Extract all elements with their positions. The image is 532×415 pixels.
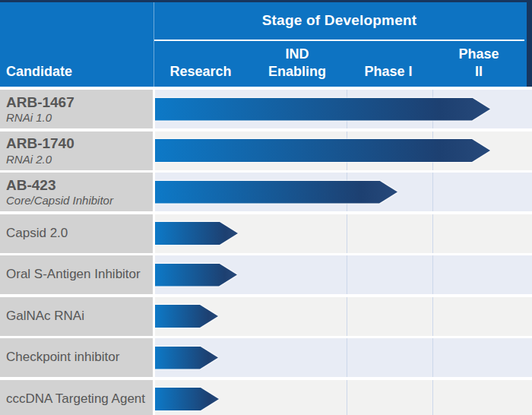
candidate-label: Capsid 2.0: [0, 214, 153, 253]
progress-arrow-shape: [155, 98, 490, 121]
progress-arrow-shape: [155, 305, 218, 328]
stage-divider: [347, 214, 347, 253]
stage-divider: [347, 255, 347, 294]
column-header-phase-2: Phase II: [455, 46, 503, 80]
candidate-label: cccDNA Targeting Agent: [0, 380, 153, 415]
pipeline-row-oral-s-antigen: Oral S-Antigen Inhibitor: [0, 255, 532, 294]
pipeline-row-checkpoint-inhibitor: Checkpoint inhibitor: [0, 338, 532, 377]
pipeline-row-capsid-2-0: Capsid 2.0: [0, 214, 532, 253]
progress-arrow: [155, 222, 238, 245]
title-underline-rule: [154, 40, 524, 41]
stage-track: [155, 173, 532, 211]
candidate-label: Checkpoint inhibitor: [0, 338, 153, 377]
progress-arrow: [155, 305, 218, 328]
pipeline-slide: Stage of Development Candidate Research …: [0, 0, 532, 415]
column-header-candidate: Candidate: [6, 64, 72, 80]
stage-track: [155, 297, 532, 336]
stage-track: [155, 380, 532, 415]
stage-divider: [432, 214, 433, 253]
column-header-ind-enabling: IND Enabling: [261, 46, 334, 80]
progress-arrow-shape: [155, 222, 238, 245]
candidate-label: GalNAc RNAi: [0, 297, 153, 336]
pipeline-row-galnac-rnai: GalNAc RNAi: [0, 297, 532, 336]
stage-divider: [347, 297, 347, 336]
progress-arrow-shape: [155, 181, 397, 204]
candidate-name: AB-423: [6, 177, 153, 194]
pipeline-row-cccdna-targeting-agent: cccDNA Targeting Agent: [0, 380, 532, 415]
candidate-subtitle: RNAi 2.0: [6, 153, 153, 166]
stage-divider: [432, 173, 433, 211]
candidate-name: Oral S-Antigen Inhibitor: [6, 267, 153, 282]
header-column-divider: [154, 2, 154, 87]
candidate-label: Oral S-Antigen Inhibitor: [0, 255, 153, 294]
pipeline-row-arb-1740: ARB-1740 RNAi 2.0: [0, 131, 532, 170]
progress-arrow-shape: [155, 347, 218, 369]
stage-divider: [432, 255, 433, 294]
candidate-label: AB-423 Core/Capsid Inhibitor: [0, 173, 153, 211]
candidate-subtitle: Core/Capsid Inhibitor: [6, 194, 153, 207]
stage-divider: [347, 338, 347, 377]
candidate-label: ARB-1740 RNAi 2.0: [0, 131, 153, 170]
pipeline-row-ab-423: AB-423 Core/Capsid Inhibitor: [0, 173, 532, 211]
candidate-label: ARB-1467 RNAi 1.0: [0, 90, 153, 128]
table-header: Stage of Development Candidate Research …: [0, 2, 527, 87]
stage-divider: [347, 380, 347, 415]
column-header-phase-1: Phase I: [364, 63, 412, 81]
stage-track: [155, 214, 532, 253]
candidate-name: ARB-1740: [6, 135, 153, 152]
candidate-name: Checkpoint inhibitor: [6, 350, 153, 365]
candidate-name: Capsid 2.0: [6, 226, 153, 241]
progress-arrow: [155, 264, 237, 287]
progress-arrow: [155, 181, 397, 204]
candidate-name: ARB-1467: [6, 94, 153, 111]
progress-arrow-shape: [155, 264, 237, 287]
stage-track: [155, 90, 532, 128]
stage-track: [155, 131, 532, 170]
stage-track: [155, 338, 532, 377]
progress-arrow-shape: [155, 388, 219, 410]
progress-arrow: [155, 139, 490, 162]
candidate-name: GalNAc RNAi: [6, 309, 153, 324]
column-header-research: Research: [169, 63, 231, 81]
progress-arrow-shape: [155, 139, 490, 162]
candidate-subtitle: RNAi 1.0: [6, 111, 153, 124]
progress-arrow: [155, 388, 219, 410]
stage-divider: [432, 297, 433, 336]
stage-track: [155, 255, 532, 294]
stage-divider: [432, 380, 433, 415]
pipeline-rows: ARB-1467 RNAi 1.0 ARB-1740 RNAi 2.0: [0, 87, 532, 415]
progress-arrow: [155, 347, 218, 369]
stage-of-development-title: Stage of Development: [154, 12, 524, 29]
stage-divider: [432, 338, 433, 377]
progress-arrow: [155, 98, 490, 121]
pipeline-row-arb-1467: ARB-1467 RNAi 1.0: [0, 90, 532, 128]
candidate-name: cccDNA Targeting Agent: [6, 391, 153, 407]
